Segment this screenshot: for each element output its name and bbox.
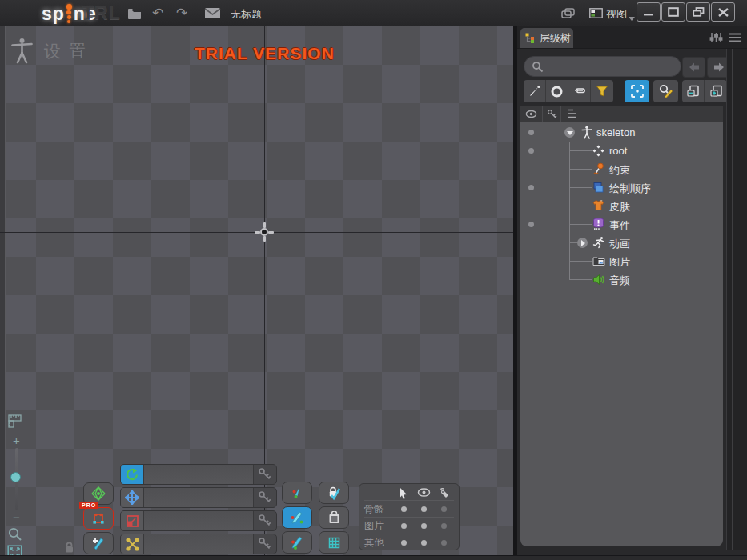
search-edit-button[interactable]	[653, 80, 678, 102]
column-visible[interactable]	[520, 106, 543, 122]
nav-back-button[interactable]	[682, 57, 705, 78]
close-button[interactable]	[711, 2, 735, 22]
editor-viewport[interactable]: 设置 TRIAL VERSION + −	[0, 26, 513, 555]
images-visible-dot[interactable]	[421, 523, 427, 529]
view-layout-icon[interactable]	[589, 8, 605, 22]
translate-key-button[interactable]	[253, 488, 276, 507]
row-label: 图片	[364, 519, 393, 533]
funnel-icon	[596, 85, 608, 98]
shear-icon	[126, 538, 139, 551]
column-locked[interactable]	[543, 106, 561, 122]
maximize-button[interactable]	[661, 2, 685, 22]
lock-check-button[interactable]	[319, 482, 349, 504]
visible-dot[interactable]	[528, 130, 534, 135]
bones-visible-dot[interactable]	[421, 506, 427, 512]
shear-x-field[interactable]	[143, 534, 199, 554]
lock-icon[interactable]	[64, 542, 74, 554]
ruler-icon[interactable]	[8, 414, 22, 428]
images-label-dot[interactable]	[441, 523, 447, 529]
redo-icon[interactable]: ↷	[176, 5, 187, 22]
collapsed-expander[interactable]	[577, 238, 588, 248]
expand-all-button[interactable]	[705, 80, 727, 102]
zoom-out-label[interactable]: −	[13, 510, 20, 524]
grid-icon	[327, 536, 341, 550]
filter-sliders-icon[interactable]	[709, 31, 723, 43]
images-select-dot[interactable]	[401, 523, 407, 529]
scale-x-field[interactable]	[143, 511, 199, 530]
translate-y-field[interactable]	[199, 488, 254, 507]
tree-row-skins[interactable]: 2 皮肤	[520, 197, 723, 215]
filter-slots-button[interactable]	[546, 80, 568, 102]
magnifier-icon[interactable]	[7, 526, 22, 542]
root-axes-icon	[592, 145, 604, 157]
tree-row-animations[interactable]: 动画	[520, 234, 723, 252]
panel-header: 层级树	[517, 26, 747, 49]
tree-row-audio[interactable]: 音频	[520, 270, 723, 289]
titlebar: sp ne TRL ↶ ↷ 无标题 视图	[0, 0, 747, 27]
panel-menu-icon[interactable]	[729, 33, 741, 42]
open-folder-icon[interactable]	[127, 6, 143, 21]
search-icon	[532, 61, 544, 73]
scale-key-button[interactable]	[253, 511, 276, 530]
shear-y-field[interactable]	[199, 534, 254, 554]
bones-select-dot[interactable]	[401, 506, 407, 512]
tree-row-events[interactable]: 事件	[520, 215, 723, 234]
other-select-dot[interactable]	[401, 540, 407, 546]
collapse-expander[interactable]	[564, 127, 575, 138]
paperclip-icon	[572, 86, 587, 96]
rotate-tool-button[interactable]	[121, 465, 143, 484]
visible-dot[interactable]	[528, 185, 534, 190]
create-tool-button[interactable]	[83, 532, 114, 554]
rotate-value-field[interactable]	[143, 465, 253, 484]
weights-tool-button[interactable]	[83, 507, 114, 530]
scale-tool-button[interactable]	[121, 511, 143, 530]
zoom-slider-handle[interactable]	[10, 472, 21, 482]
tree-row-draw-order[interactable]: 绘制顺序	[520, 178, 723, 197]
skin-shirt-icon: 2	[592, 199, 604, 211]
search-input[interactable]	[524, 56, 681, 77]
other-visible-dot[interactable]	[421, 540, 427, 546]
tree-row-constraints[interactable]: 约束	[520, 160, 723, 178]
scale-y-field[interactable]	[199, 511, 254, 530]
canvas-left-edge	[0, 26, 6, 555]
zoom-in-label[interactable]: +	[13, 434, 20, 447]
titlebar-divider	[195, 5, 195, 22]
other-label-dot[interactable]	[441, 540, 447, 546]
clipboard-button[interactable]	[319, 506, 349, 529]
pages-icon[interactable]	[561, 8, 577, 22]
shear-tool-button[interactable]	[121, 534, 143, 554]
view-menu[interactable]: 视图	[606, 7, 627, 22]
filter-attachments-button[interactable]	[568, 80, 591, 102]
pro-badge: PRO	[79, 502, 98, 509]
visible-dot[interactable]	[528, 148, 534, 154]
grid-button[interactable]	[319, 531, 349, 554]
translate-icon	[125, 490, 139, 505]
filter-funnel-button[interactable]	[591, 80, 613, 102]
translate-x-field[interactable]	[143, 488, 199, 507]
rotate-key-button[interactable]	[253, 465, 276, 484]
minimize-button[interactable]	[637, 2, 661, 22]
tree-row-skeleton[interactable]: skeleton	[520, 123, 723, 142]
mail-icon[interactable]	[204, 7, 220, 22]
tab-hierarchy-tree[interactable]: 层级树	[520, 28, 573, 48]
translate-tool-button[interactable]	[121, 488, 143, 507]
panel-scrollbar[interactable]	[726, 49, 747, 550]
tree-row-root[interactable]: root	[520, 142, 723, 160]
arrow-select-button[interactable]	[282, 506, 312, 529]
restore-button[interactable]	[686, 2, 710, 22]
tree-label: 绘制顺序	[609, 182, 651, 196]
tree-connector	[569, 279, 592, 280]
person-icon	[581, 126, 592, 139]
bone-select-button[interactable]	[282, 482, 312, 504]
root-bone-marker[interactable]	[253, 221, 275, 243]
auto-frame-button[interactable]	[625, 80, 649, 102]
collapse-all-button[interactable]	[682, 80, 705, 102]
visible-dot[interactable]	[528, 222, 534, 227]
tree-row-images[interactable]: 图片	[520, 252, 723, 270]
bones-label-dot[interactable]	[441, 506, 447, 512]
pose-select-button[interactable]	[282, 531, 312, 554]
filter-bones-button[interactable]	[524, 80, 546, 102]
undo-icon[interactable]: ↶	[152, 5, 163, 22]
shear-key-button[interactable]	[253, 534, 276, 554]
column-tree[interactable]	[561, 106, 584, 122]
